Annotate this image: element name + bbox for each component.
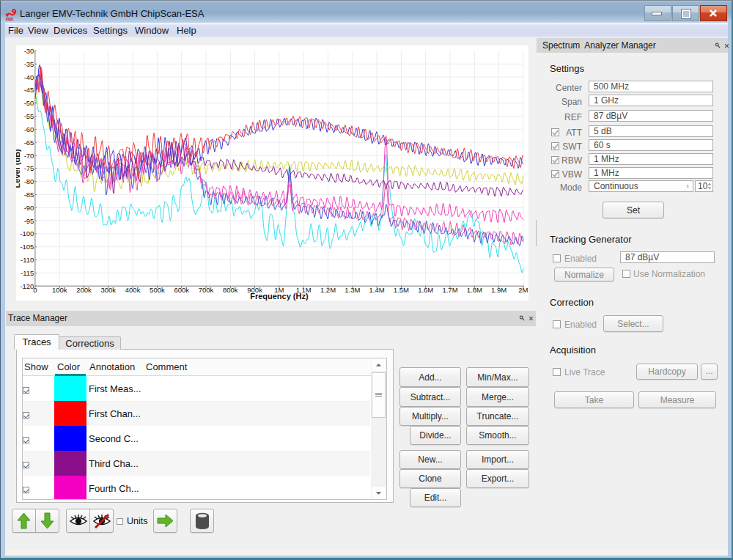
svg-text:300k: 300k bbox=[100, 286, 116, 294]
svg-text:-80: -80 bbox=[24, 177, 34, 185]
svg-text:1.6M: 1.6M bbox=[418, 286, 433, 294]
svg-text:200k: 200k bbox=[76, 286, 92, 294]
svg-text:xqc: xqc bbox=[6, 16, 15, 21]
svg-text:Frequency (Hz): Frequency (Hz) bbox=[250, 292, 309, 301]
svg-text:700k: 700k bbox=[199, 286, 214, 294]
svg-text:-110: -110 bbox=[21, 256, 34, 264]
svg-text:-100: -100 bbox=[20, 229, 34, 237]
svg-text:-105: -105 bbox=[20, 243, 34, 251]
svg-text:-75: -75 bbox=[24, 164, 34, 172]
svg-text:400k: 400k bbox=[125, 286, 141, 294]
svg-text:100k: 100k bbox=[52, 286, 67, 294]
svg-text:-30: -30 bbox=[24, 47, 34, 55]
svg-text:600k: 600k bbox=[174, 286, 189, 294]
svg-text:-85: -85 bbox=[24, 191, 34, 199]
svg-text:2M: 2M bbox=[518, 286, 528, 294]
svg-text:-55: -55 bbox=[24, 112, 34, 120]
svg-text:-45: -45 bbox=[24, 86, 34, 94]
svg-text:1.3M: 1.3M bbox=[345, 286, 360, 294]
svg-text:-65: -65 bbox=[24, 139, 34, 147]
svg-text:0: 0 bbox=[33, 286, 37, 294]
svg-text:1.5M: 1.5M bbox=[394, 286, 409, 294]
svg-text:1.9M: 1.9M bbox=[491, 286, 507, 294]
svg-text:-95: -95 bbox=[24, 217, 34, 225]
svg-text:-90: -90 bbox=[24, 204, 34, 212]
svg-text:-40: -40 bbox=[24, 73, 34, 81]
svg-text:500k: 500k bbox=[150, 286, 165, 294]
svg-text:-70: -70 bbox=[24, 152, 34, 160]
svg-text:-120: -120 bbox=[20, 282, 34, 290]
svg-text:800k: 800k bbox=[223, 286, 238, 294]
svg-text:-115: -115 bbox=[21, 269, 34, 277]
svg-text:-35: -35 bbox=[24, 60, 34, 68]
svg-text:1.4M: 1.4M bbox=[369, 286, 385, 294]
svg-text:-60: -60 bbox=[24, 125, 34, 133]
svg-text:-50: -50 bbox=[24, 99, 34, 107]
svg-text:Level (dB): Level (dB) bbox=[16, 149, 21, 188]
svg-text:1.7M: 1.7M bbox=[442, 286, 457, 294]
svg-text:1.2M: 1.2M bbox=[320, 286, 336, 294]
svg-text:1.8M: 1.8M bbox=[467, 286, 482, 294]
